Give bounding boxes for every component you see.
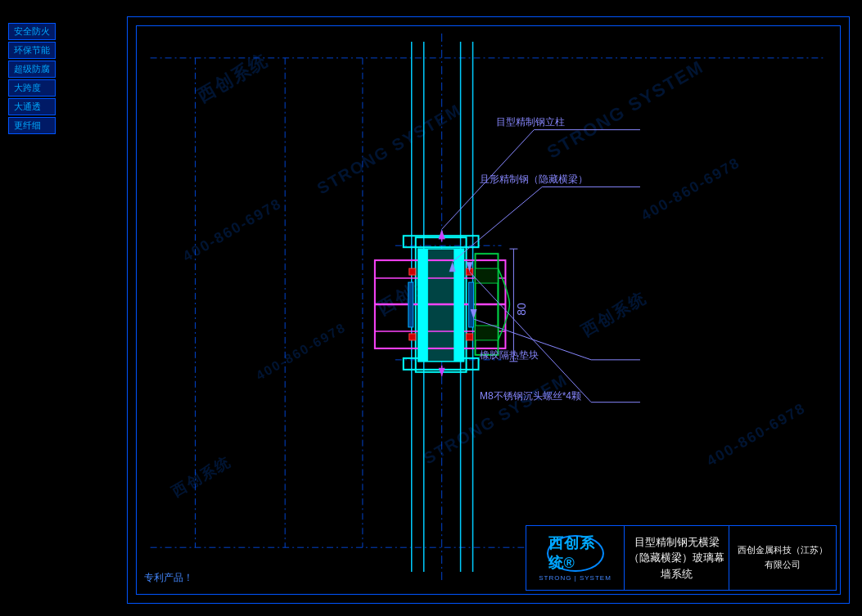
sidebar-item-eco[interactable]: 环保节能: [8, 42, 56, 59]
logo-circle: 西创系统®: [547, 535, 604, 572]
svg-line-37: [453, 187, 543, 262]
sidebar-item-thin[interactable]: 更纤细: [8, 117, 56, 134]
label-column: 目型精制钢立柱: [496, 115, 565, 129]
sidebar-item-fire[interactable]: 安全防火: [8, 23, 56, 40]
svg-rect-25: [409, 268, 416, 275]
logo-sub: STRONG | SYSTEM: [539, 574, 612, 582]
sidebar-item-transparent[interactable]: 大通透: [8, 98, 56, 115]
svg-rect-20: [418, 249, 428, 362]
svg-rect-21: [454, 249, 464, 362]
title-section: 目型精制钢无横梁 （隐藏横梁）玻璃幕墙系统: [625, 526, 729, 590]
logo-section: 西创系统® STRONG | SYSTEM: [526, 526, 625, 590]
sidebar: 安全防火 环保节能 超级防腐 大跨度 大通透 更纤细: [8, 23, 56, 134]
company-name: 西创金属科技（江苏）有限公司: [733, 543, 832, 572]
drawing-area: 西创系统 STRONG SYSTEM 400-860-6978 西创系统 400…: [127, 16, 850, 604]
label-screw: M8不锈钢沉头螺丝*4颗: [480, 389, 581, 403]
label-rubber: 橡胶隔热垫块: [480, 348, 539, 362]
sidebar-item-anti-corrosion[interactable]: 超级防腐: [8, 61, 56, 78]
svg-text:80: 80: [515, 303, 528, 316]
label-beam: 且形精制钢（隐藏横梁）: [480, 173, 588, 187]
svg-rect-24: [476, 326, 499, 340]
svg-rect-28: [467, 334, 473, 340]
svg-rect-30: [408, 282, 413, 327]
drawing-title: 目型精制钢无横梁 （隐藏横梁）玻璃幕墙系统: [629, 534, 724, 582]
svg-rect-29: [469, 282, 474, 327]
info-panel: 西创系统® STRONG | SYSTEM 目型精制钢无横梁 （隐藏横梁）玻璃幕…: [526, 525, 837, 591]
patent-label: 专利产品！: [144, 571, 193, 585]
company-section: 西创金属科技（江苏）有限公司: [729, 526, 836, 590]
svg-rect-26: [409, 334, 416, 340]
sidebar-item-large-span[interactable]: 大跨度: [8, 79, 56, 97]
technical-drawing: 80: [128, 17, 849, 603]
logo-text: 西创系统®: [548, 533, 602, 573]
